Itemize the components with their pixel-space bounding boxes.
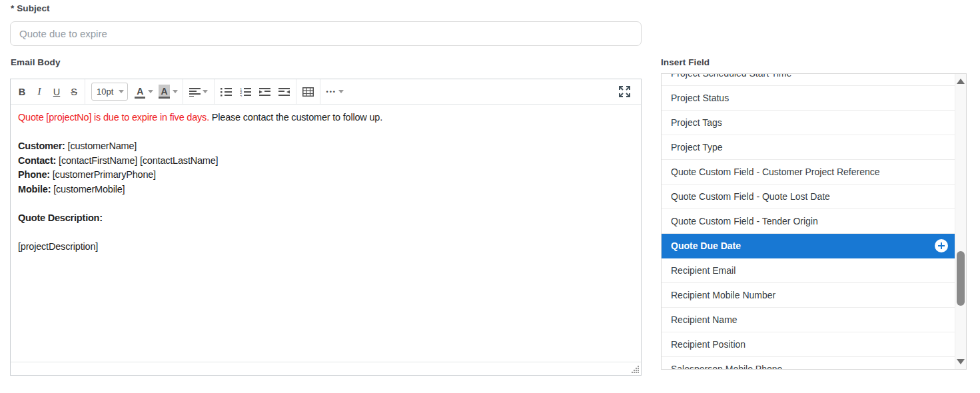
unordered-list-button[interactable] <box>217 79 236 104</box>
indent-icon <box>259 87 270 97</box>
toolbar-separator <box>183 79 183 104</box>
italic-button[interactable]: I <box>31 79 48 104</box>
more-options-button[interactable]: ••• <box>322 79 348 104</box>
body-field-line: Contact: [contactFirstName] [contactLast… <box>18 154 634 169</box>
ordered-list-icon: 1 2 3 <box>240 87 251 97</box>
toolbar-separator <box>320 79 320 104</box>
editor-toolbar: B I U S 10pt A A <box>11 79 641 105</box>
caret-down-icon <box>203 90 208 93</box>
background-color-button[interactable]: A <box>156 85 180 99</box>
email-body-label: Email Body <box>11 57 61 67</box>
alert-text: Quote [projectNo] is due to expire in fi… <box>18 112 209 123</box>
list-item[interactable]: Project Type <box>662 135 955 160</box>
table-button[interactable] <box>298 79 318 104</box>
body-alert-line: Quote [projectNo] is due to expire in fi… <box>18 111 634 125</box>
caret-down-icon <box>173 90 178 93</box>
list-item[interactable]: Project Scheduled Start Time <box>662 74 955 86</box>
list-item[interactable]: Recipient Mobile Number <box>662 283 955 308</box>
body-field-line: Customer: [customerName] <box>18 139 634 154</box>
strikethrough-button[interactable]: S <box>65 79 83 104</box>
scrollbar-thumb[interactable] <box>957 251 965 306</box>
ordered-list-button[interactable]: 1 2 3 <box>236 79 255 104</box>
text-color-letter: A <box>135 85 145 99</box>
toolbar-separator <box>296 79 296 104</box>
bold-button[interactable]: B <box>13 79 31 104</box>
insert-field-panel: Project Scheduled Start Time Project Sta… <box>661 73 967 370</box>
blank-line <box>18 196 634 211</box>
underline-button[interactable]: U <box>48 79 65 104</box>
fullscreen-button[interactable] <box>615 79 634 104</box>
email-body-editor: B I U S 10pt A A <box>10 79 642 376</box>
background-color-letter: A <box>159 85 169 99</box>
list-item[interactable]: Recipient Email <box>662 258 955 283</box>
list-scrollbar[interactable] <box>955 74 966 369</box>
align-left-icon <box>189 87 201 97</box>
blank-line <box>18 225 634 240</box>
indent-button[interactable] <box>255 79 274 104</box>
resize-grip[interactable] <box>631 365 640 374</box>
align-button[interactable] <box>185 79 212 104</box>
more-dots: ••• <box>326 89 336 95</box>
caret-down-icon <box>148 90 153 93</box>
font-size-select[interactable]: 10pt <box>91 83 128 101</box>
insert-field-label: Insert Field <box>661 57 710 67</box>
list-item[interactable]: Quote Custom Field - Tender Origin <box>662 209 955 234</box>
list-item[interactable]: Recipient Position <box>662 332 955 357</box>
toolbar-separator <box>214 79 215 104</box>
alert-rest: Please contact the customer to follow up… <box>212 112 382 123</box>
scroll-down-icon[interactable] <box>957 359 965 364</box>
text-color-button[interactable]: A <box>132 85 156 99</box>
subject-label: * Subject <box>11 3 50 13</box>
body-field-line: Mobile: [customerMobile] <box>18 183 634 197</box>
body-description-value: [projectDescription] <box>18 240 634 254</box>
add-field-icon[interactable] <box>935 239 948 252</box>
outdent-icon <box>278 87 290 97</box>
outdent-button[interactable] <box>274 79 294 104</box>
svg-text:3: 3 <box>240 94 243 97</box>
editor-statusbar <box>11 362 641 375</box>
list-item[interactable]: Quote Custom Field - Quote Lost Date <box>662 185 955 209</box>
font-size-value: 10pt <box>97 87 113 97</box>
body-description-label: Quote Description: <box>18 211 634 226</box>
subject-input[interactable] <box>10 21 642 46</box>
blank-line <box>18 125 634 140</box>
body-field-line: Phone: [customerPrimaryPhone] <box>18 168 634 183</box>
insert-field-list: Project Scheduled Start Time Project Sta… <box>662 74 955 369</box>
list-item[interactable]: Quote Custom Field - Customer Project Re… <box>662 160 955 185</box>
caret-down-icon <box>119 90 124 93</box>
scroll-up-icon[interactable] <box>957 79 965 84</box>
unordered-list-icon <box>221 87 232 97</box>
table-icon <box>302 87 314 97</box>
caret-down-icon <box>338 90 344 93</box>
list-item[interactable]: Project Status <box>662 86 955 111</box>
list-item[interactable]: Project Tags <box>662 111 955 135</box>
toolbar-separator <box>85 79 85 104</box>
list-item-selected[interactable]: Quote Due Date <box>662 234 955 258</box>
list-item[interactable]: Recipient Name <box>662 308 955 332</box>
list-item[interactable]: Salesperson Mobile Phone <box>662 357 955 369</box>
fullscreen-icon <box>619 86 630 97</box>
email-body-content[interactable]: Quote [projectNo] is due to expire in fi… <box>11 105 641 361</box>
